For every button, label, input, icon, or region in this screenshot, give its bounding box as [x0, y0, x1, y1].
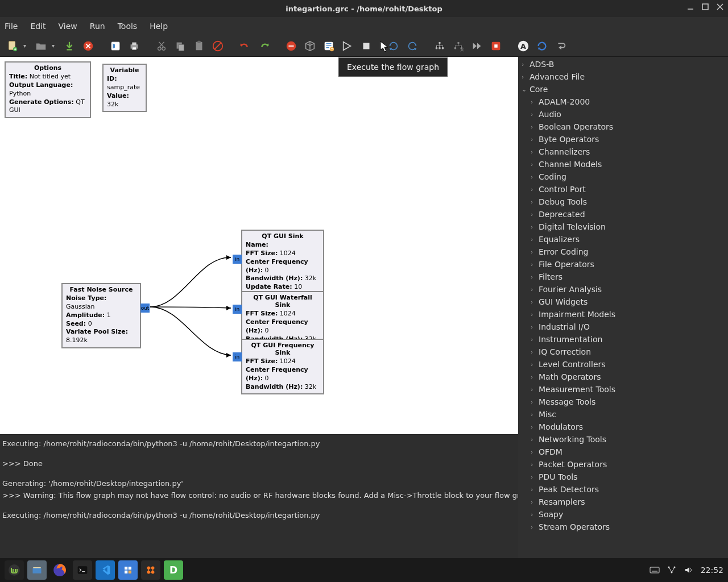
module-icon[interactable]: [302, 38, 318, 54]
svg-rect-14: [132, 42, 136, 45]
tree-item[interactable]: ›Digital Television: [518, 221, 728, 233]
vscode-icon[interactable]: [96, 560, 115, 580]
tree-item[interactable]: ›Control Port: [518, 183, 728, 196]
tree-item[interactable]: ›Error Coding: [518, 246, 728, 258]
tree-item[interactable]: ›Math Operators: [518, 371, 728, 383]
keyboard-tray-icon[interactable]: [650, 565, 660, 575]
tree-item[interactable]: ›Byte Operators: [518, 133, 728, 146]
tree-item-advanced-file[interactable]: ›Advanced File: [518, 70, 728, 83]
delete-icon[interactable]: [210, 38, 226, 54]
screenshot-icon[interactable]: [107, 38, 123, 54]
menu-run[interactable]: Run: [90, 22, 105, 31]
port-out[interactable]: out: [140, 304, 150, 313]
save-icon[interactable]: [61, 38, 77, 54]
tree-item[interactable]: ›Instrumentation: [518, 333, 728, 346]
app-d-icon[interactable]: D: [164, 560, 183, 580]
menu-edit[interactable]: Edit: [30, 22, 46, 31]
clock-text[interactable]: 22:52: [701, 566, 723, 575]
new-dropdown[interactable]: ▾: [23, 43, 30, 49]
terminal-icon[interactable]: [73, 560, 92, 580]
execute-icon[interactable]: [340, 38, 355, 54]
reload-cw-icon[interactable]: [386, 38, 402, 54]
hier-cut-icon[interactable]: [450, 38, 466, 54]
tree-item[interactable]: ›Measurement Tools: [518, 383, 728, 396]
svg-point-16: [158, 47, 162, 50]
tree-item[interactable]: ›File Operators: [518, 258, 728, 271]
menu-help[interactable]: Help: [150, 22, 168, 31]
menu-file[interactable]: File: [5, 22, 18, 31]
port-in[interactable]: in: [233, 305, 242, 314]
tree-item[interactable]: ›Debug Tools: [518, 196, 728, 208]
port-in[interactable]: in: [233, 352, 242, 361]
generate-icon[interactable]: [321, 38, 337, 54]
close-icon[interactable]: [80, 38, 96, 54]
block-qt-gui-sink[interactable]: QT GUI Sink Name: FFT Size: 1024 Center …: [241, 230, 324, 295]
tree-item[interactable]: ›IQ Correction: [518, 346, 728, 358]
tree-item[interactable]: ›Channelizers: [518, 146, 728, 158]
tree-item[interactable]: ›Stream Operators: [518, 521, 728, 533]
tree-item[interactable]: ›GUI Widgets: [518, 296, 728, 308]
tree-item[interactable]: ›Networking Tools: [518, 433, 728, 446]
block-fast-noise-source[interactable]: Fast Noise Source Noise Type: Gaussian A…: [61, 283, 141, 348]
svg-line-25: [215, 43, 221, 49]
fastforward-icon[interactable]: [469, 38, 485, 54]
block-options[interactable]: Options Title: Not titled yet Output Lan…: [5, 61, 91, 118]
copy-icon[interactable]: [172, 38, 188, 54]
block-qt-gui-frequency-sink[interactable]: QT GUI Frequency Sink FFT Size: 1024 Cen…: [241, 339, 324, 394]
tree-item[interactable]: ›Packet Operators: [518, 458, 728, 471]
network-tray-icon[interactable]: [667, 565, 677, 575]
tree-item[interactable]: ›Fourier Analysis: [518, 283, 728, 296]
tree-item[interactable]: ›Coding: [518, 171, 728, 183]
close-button[interactable]: [715, 2, 725, 11]
tree-item[interactable]: ›Modulators: [518, 421, 728, 433]
port-in[interactable]: in: [233, 255, 242, 264]
cut-icon[interactable]: [154, 38, 169, 54]
tree-item[interactable]: ›Resamplers: [518, 496, 728, 508]
tree-item[interactable]: ›Level Controllers: [518, 358, 728, 371]
app-icon[interactable]: [118, 560, 138, 580]
tree-item[interactable]: ›PDU Tools: [518, 471, 728, 483]
hier-icon[interactable]: [432, 38, 448, 54]
paste-icon[interactable]: [191, 38, 207, 54]
block-variable[interactable]: Variable ID: samp_rate Value: 32k: [102, 64, 147, 112]
tree-item-core[interactable]: ⌄Core: [518, 83, 728, 95]
tree-item[interactable]: ›Channel Models: [518, 158, 728, 171]
reload-ccw-icon[interactable]: [404, 38, 420, 54]
tree-item[interactable]: ›Equalizers: [518, 233, 728, 246]
files-icon[interactable]: [27, 560, 47, 580]
gnuradio-icon[interactable]: [141, 560, 160, 580]
block-tree-panel[interactable]: ›ADS-B ›Advanced File ⌄Core ›ADALM-2000›…: [518, 57, 728, 558]
volume-tray-icon[interactable]: [684, 565, 694, 575]
tree-item[interactable]: ›Deprecated: [518, 208, 728, 221]
tree-item[interactable]: ›OFDM: [518, 446, 728, 458]
tree-item-adsb[interactable]: ›ADS-B: [518, 58, 728, 70]
menu-tools[interactable]: Tools: [118, 22, 138, 31]
search-icon[interactable]: A: [515, 38, 531, 54]
tree-item[interactable]: ›ADALM-2000: [518, 95, 728, 108]
tree-item[interactable]: ›Boolean Operators: [518, 120, 728, 133]
tree-item[interactable]: ›Misc: [518, 408, 728, 421]
error-icon[interactable]: [283, 38, 299, 54]
tree-item[interactable]: ›Peak Detectors: [518, 483, 728, 496]
open-file-icon[interactable]: [33, 38, 49, 54]
kill-icon[interactable]: [358, 38, 374, 54]
refresh-icon[interactable]: [534, 38, 550, 54]
menu-view[interactable]: View: [59, 22, 77, 31]
tree-item[interactable]: ›Filters: [518, 271, 728, 283]
redo-icon[interactable]: [256, 38, 272, 54]
undo-icon[interactable]: [237, 38, 253, 54]
tree-item[interactable]: ›Message Tools: [518, 396, 728, 408]
stop-record-icon[interactable]: [488, 38, 504, 54]
tree-item[interactable]: ›Soapy: [518, 508, 728, 521]
firefox-icon[interactable]: [50, 560, 69, 580]
mint-menu-icon[interactable]: [5, 560, 24, 580]
tree-item[interactable]: ›Industrial I/O: [518, 321, 728, 333]
print-icon[interactable]: [126, 38, 142, 54]
new-file-icon[interactable]: [5, 38, 20, 54]
tree-item[interactable]: ›Audio: [518, 108, 728, 120]
open-dropdown[interactable]: ▾: [52, 43, 59, 49]
maximize-button[interactable]: [701, 2, 710, 11]
loop-icon[interactable]: [553, 38, 569, 54]
minimize-button[interactable]: [686, 2, 695, 11]
tree-item[interactable]: ›Impairment Models: [518, 308, 728, 321]
